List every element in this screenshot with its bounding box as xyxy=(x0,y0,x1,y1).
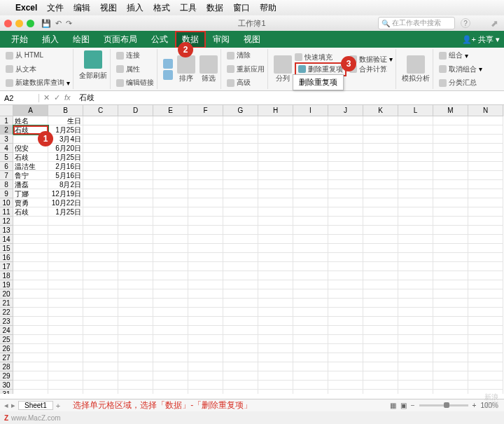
qat-undo-icon[interactable]: ↶ xyxy=(55,19,62,28)
cell[interactable] xyxy=(468,326,503,335)
cell[interactable] xyxy=(398,262,433,271)
cell[interactable]: 石歧 xyxy=(13,207,48,217)
cell[interactable] xyxy=(223,217,258,226)
cell[interactable] xyxy=(398,371,433,381)
cell[interactable] xyxy=(293,207,328,217)
cell[interactable] xyxy=(223,362,258,371)
cell[interactable]: 鲁宁 xyxy=(13,171,48,180)
cell[interactable] xyxy=(118,299,153,308)
cell[interactable] xyxy=(258,153,293,162)
cell[interactable] xyxy=(293,299,328,308)
cell[interactable] xyxy=(468,344,503,353)
cell[interactable] xyxy=(293,162,328,171)
cell[interactable] xyxy=(118,271,153,280)
cell[interactable] xyxy=(468,135,503,144)
cell[interactable] xyxy=(468,280,503,289)
cell[interactable] xyxy=(258,217,293,226)
cell[interactable] xyxy=(83,353,118,362)
cell[interactable] xyxy=(153,289,188,299)
cell[interactable] xyxy=(468,289,503,299)
cell[interactable] xyxy=(223,226,258,235)
cell[interactable] xyxy=(293,189,328,198)
cell[interactable] xyxy=(118,189,153,198)
cell[interactable] xyxy=(328,171,363,180)
cell[interactable] xyxy=(153,116,188,125)
row-header[interactable]: 16 xyxy=(0,253,13,262)
cell[interactable] xyxy=(188,144,223,153)
cell[interactable] xyxy=(293,153,328,162)
cell[interactable] xyxy=(13,217,48,226)
cell[interactable] xyxy=(223,381,258,390)
cell[interactable] xyxy=(153,381,188,390)
cell[interactable] xyxy=(293,371,328,381)
cell[interactable] xyxy=(48,381,83,390)
cell[interactable] xyxy=(293,308,328,317)
cell[interactable] xyxy=(293,135,328,144)
cell[interactable] xyxy=(153,125,188,135)
properties-button[interactable]: 属性 xyxy=(126,64,140,74)
cell[interactable] xyxy=(188,189,223,198)
cell[interactable] xyxy=(328,299,363,308)
cell[interactable] xyxy=(118,171,153,180)
cell[interactable] xyxy=(328,253,363,262)
cell[interactable]: 1月25日 xyxy=(48,125,83,135)
cell[interactable] xyxy=(223,180,258,189)
cell[interactable] xyxy=(328,207,363,217)
row-header[interactable]: 4 xyxy=(0,144,13,153)
cell[interactable] xyxy=(468,353,503,362)
cell[interactable] xyxy=(153,308,188,317)
cell[interactable] xyxy=(223,317,258,326)
row-header[interactable]: 25 xyxy=(0,335,13,344)
cell[interactable] xyxy=(13,317,48,326)
cell[interactable] xyxy=(13,235,48,244)
advanced-button[interactable]: 高级 xyxy=(237,78,251,88)
text-to-columns-button[interactable]: 分列 xyxy=(276,74,290,83)
row-header[interactable]: 13 xyxy=(0,226,13,235)
cell[interactable] xyxy=(258,299,293,308)
column-header[interactable]: A xyxy=(13,105,48,116)
cell[interactable] xyxy=(48,335,83,344)
menu-format[interactable]: 格式 xyxy=(153,2,170,14)
cell[interactable] xyxy=(468,299,503,308)
cell[interactable] xyxy=(468,116,503,125)
cell[interactable] xyxy=(328,371,363,381)
cell[interactable] xyxy=(363,135,398,144)
cell[interactable] xyxy=(293,144,328,153)
cell[interactable] xyxy=(118,180,153,189)
sheet-nav-prev-icon[interactable]: ▸ xyxy=(11,401,15,410)
cell[interactable] xyxy=(258,162,293,171)
cell[interactable] xyxy=(48,262,83,271)
cell[interactable] xyxy=(188,207,223,217)
cell[interactable] xyxy=(293,198,328,207)
cell[interactable] xyxy=(328,180,363,189)
row-header[interactable]: 21 xyxy=(0,299,13,308)
cell[interactable] xyxy=(398,326,433,335)
cell[interactable] xyxy=(258,390,293,394)
cell[interactable] xyxy=(433,171,468,180)
cell[interactable] xyxy=(188,271,223,280)
cell[interactable] xyxy=(118,226,153,235)
cell[interactable] xyxy=(223,335,258,344)
cell[interactable] xyxy=(153,198,188,207)
cell[interactable] xyxy=(398,135,433,144)
cell[interactable] xyxy=(328,217,363,226)
help-icon[interactable]: ? xyxy=(461,18,470,28)
cell[interactable] xyxy=(258,381,293,390)
cell[interactable] xyxy=(363,207,398,217)
cell[interactable] xyxy=(223,244,258,253)
cell[interactable] xyxy=(363,381,398,390)
row-header[interactable]: 24 xyxy=(0,326,13,335)
tab-insert[interactable]: 插入 xyxy=(35,31,66,48)
cell[interactable] xyxy=(48,244,83,253)
column-header[interactable]: G xyxy=(223,105,258,116)
cell[interactable] xyxy=(223,353,258,362)
column-header[interactable]: M xyxy=(433,105,468,116)
cell[interactable] xyxy=(433,198,468,207)
cell[interactable] xyxy=(223,262,258,271)
cell[interactable] xyxy=(433,381,468,390)
cell[interactable] xyxy=(13,253,48,262)
sort-button[interactable]: 排序 xyxy=(179,74,193,83)
cell[interactable]: 3月4日 xyxy=(48,135,83,144)
cell[interactable] xyxy=(48,289,83,299)
view-page-icon[interactable]: ▣ xyxy=(400,402,407,409)
